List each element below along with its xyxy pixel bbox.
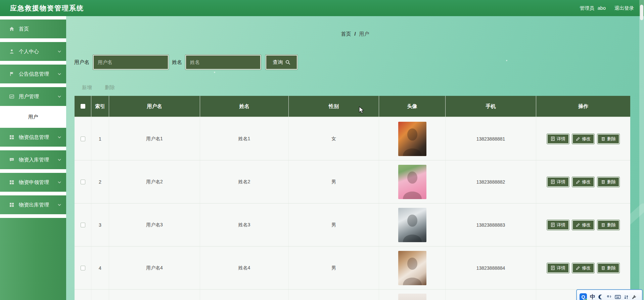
chevron-down-icon (57, 158, 61, 162)
column-header-username: 用户名 (109, 96, 200, 117)
logout-button[interactable]: 退出登录 (614, 5, 634, 11)
mouse-cursor (359, 106, 366, 116)
ime-punctuation-icon[interactable] (607, 295, 612, 300)
detail-button[interactable]: 详情 (547, 220, 569, 230)
scrollbar-thumb[interactable] (640, 5, 643, 20)
detail-button[interactable]: 详情 (547, 177, 569, 187)
edit-icon (576, 180, 580, 184)
grid-icon (9, 202, 14, 208)
edit-button-label: 修改 (582, 222, 591, 228)
select-all-checkbox[interactable] (81, 104, 85, 109)
delete-button-label: 删除 (607, 136, 616, 142)
delete-button[interactable]: 删除 (597, 134, 619, 144)
delete-button-label: 删除 (607, 222, 616, 228)
ime-wrench-icon[interactable] (632, 295, 637, 300)
row-checkbox[interactable] (81, 266, 85, 270)
edit-icon (576, 266, 580, 270)
column-header-phone: 手机 (446, 96, 536, 117)
table-row: 2 用户名2 姓名2 男 13823888882 详情 修改 删除 (75, 160, 630, 203)
gender-cell: 女 (289, 117, 379, 160)
chevron-down-icon (57, 95, 61, 99)
delete-selected-button[interactable]: 删除 (105, 84, 115, 91)
username-cell: 用户名2 (109, 160, 200, 203)
index-cell: 3 (91, 203, 109, 246)
avatar (398, 294, 426, 300)
chevron-down-icon (57, 135, 61, 139)
edit-button-label: 修改 (582, 136, 591, 142)
sidebar-item-material-apply-mgmt[interactable]: 物资申领管理 (0, 173, 66, 192)
chevron-down-icon (57, 203, 61, 207)
user-table: 索引 用户名 姓名 性别 头像 手机 操作 1 用户名1 姓名1 女 13823… (75, 96, 630, 300)
detail-button[interactable]: 详情 (547, 263, 569, 273)
gender-cell: 男 (289, 247, 379, 289)
add-button[interactable]: 新增 (82, 84, 92, 91)
ime-toolbar[interactable]: Q 中 (576, 289, 643, 300)
edit-button[interactable]: 修改 (572, 263, 594, 273)
detail-button-label: 详情 (557, 265, 565, 271)
sidebar-filler (0, 218, 66, 300)
image-icon (9, 94, 14, 99)
sidebar-item-label: 个人中心 (19, 48, 39, 55)
ime-chinese-mode-icon[interactable]: 中 (590, 294, 595, 300)
index-cell: 4 (91, 247, 109, 289)
row-checkbox[interactable] (81, 223, 85, 227)
ime-halfmoon-icon[interactable] (598, 294, 604, 300)
trash-icon (601, 180, 605, 184)
table-row: 4 用户名4 姓名4 男 13823888884 详情 修改 删除 (75, 247, 630, 290)
detail-icon (551, 223, 555, 227)
trash-icon (601, 137, 605, 141)
column-header-actions: 操作 (536, 96, 630, 117)
sidebar-item-label: 物资出库管理 (19, 202, 49, 208)
ime-toggle-icon[interactable] (624, 295, 629, 300)
trash-icon (601, 266, 605, 270)
table-header-row: 索引 用户名 姓名 性别 头像 手机 操作 (75, 96, 630, 117)
delete-button[interactable]: 删除 (597, 263, 619, 273)
delete-button[interactable]: 删除 (597, 220, 619, 230)
table-row (75, 290, 630, 300)
name-filter-label: 姓名 (172, 55, 182, 70)
username-filter-input[interactable] (93, 55, 169, 70)
sidebar-item-label: 物资入库管理 (19, 157, 49, 163)
sidebar-item-label: 用户管理 (19, 93, 39, 100)
name-cell: 姓名3 (200, 203, 289, 246)
name-cell: 姓名1 (200, 117, 289, 160)
column-header-index: 索引 (91, 96, 109, 117)
detail-button[interactable]: 详情 (547, 134, 569, 144)
delete-button[interactable]: 删除 (597, 177, 619, 187)
ime-logo-letter: Q (582, 294, 585, 300)
edit-button[interactable]: 修改 (572, 177, 594, 187)
sidebar-item-material-info-mgmt[interactable]: 物资信息管理 (0, 128, 66, 147)
sidebar-item-user-mgmt[interactable]: 用户管理 (0, 87, 66, 106)
sidebar-item-material-inbound-mgmt[interactable]: 物资入库管理 (0, 150, 66, 169)
trash-icon (601, 223, 605, 227)
app-title: 应急救援物资管理系统 (0, 4, 84, 13)
sidebar-item-announcement-mgmt[interactable]: 公告信息管理 (0, 65, 66, 83)
ime-logo-icon[interactable]: Q (580, 293, 587, 300)
sidebar-item-label: 物资申领管理 (19, 179, 49, 186)
chevron-down-icon (57, 49, 61, 53)
column-header-avatar: 头像 (379, 96, 446, 117)
chat-icon (9, 157, 14, 162)
username-label: abo (598, 5, 606, 11)
search-button[interactable]: 查询 (266, 55, 297, 70)
sidebar-item-home[interactable]: 首页 (0, 20, 66, 38)
sidebar-item-label: 公告信息管理 (19, 71, 49, 77)
sidebar-item-label: 物资信息管理 (19, 134, 49, 141)
row-checkbox[interactable] (81, 180, 85, 184)
home-icon (9, 26, 14, 32)
sidebar-item-personal-center[interactable]: 个人中心 (0, 42, 66, 61)
delete-button-label: 删除 (607, 179, 616, 185)
edit-button[interactable]: 修改 (572, 220, 594, 230)
sidebar-subitem-user[interactable]: 用户 (0, 110, 66, 124)
table-actions-bar: 新增 删除 (82, 84, 115, 91)
page-scrollbar[interactable] (639, 0, 644, 300)
ime-keyboard-icon[interactable] (615, 295, 621, 299)
index-cell: 1 (91, 117, 109, 160)
edit-button[interactable]: 修改 (572, 134, 594, 144)
name-filter-input[interactable] (185, 55, 261, 70)
row-checkbox[interactable] (81, 137, 85, 141)
sidebar-item-material-outbound-mgmt[interactable]: 物资出库管理 (0, 195, 66, 214)
phone-cell: 13823888882 (446, 160, 536, 203)
table-row: 3 用户名3 姓名3 男 13823888883 详情 修改 删除 (75, 203, 630, 247)
breadcrumb-home[interactable]: 首页 (341, 31, 351, 37)
